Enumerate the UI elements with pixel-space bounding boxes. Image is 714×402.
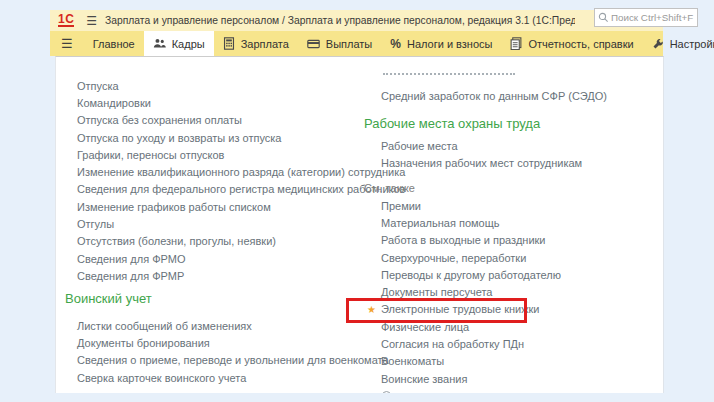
wrench-icon xyxy=(652,38,664,50)
section-header-rabochie-mesta[interactable]: Рабочие места охраны труда xyxy=(364,116,540,131)
list-item[interactable]: Листки сообщений об изменениях xyxy=(77,317,389,334)
tab-label: Главное xyxy=(93,38,135,50)
search-icon xyxy=(598,12,609,23)
functions-panel: Отпуска Командировки Отпуска без сохране… xyxy=(55,56,664,393)
right-top-list: Средний заработок по данным СФР (СЭДО) xyxy=(381,87,607,104)
list-item[interactable]: Рабочие места xyxy=(381,137,582,154)
list-item[interactable]: Согласия на обработку ПДн xyxy=(381,335,561,352)
tab-label: Выплаты xyxy=(326,38,372,50)
list-item[interactable]: Переводы к другому работодателю xyxy=(381,266,561,283)
main-menu-icon[interactable]: ☰ xyxy=(82,14,105,28)
list-item[interactable]: Отгулы xyxy=(77,215,405,232)
left-links-list: Отпуска Командировки Отпуска без сохране… xyxy=(77,77,405,285)
search-input[interactable] xyxy=(611,12,694,23)
tab-label: Отчетность, справки xyxy=(528,38,633,50)
tab-nalogi[interactable]: % Налоги и взносы xyxy=(381,31,501,56)
list-item[interactable]: Материальная помощь xyxy=(381,214,561,231)
list-item[interactable]: Командировки xyxy=(77,94,405,111)
list-item-electronic-labor-books[interactable]: ★ Электронные трудовые книжки xyxy=(381,301,561,318)
tab-glavnoe[interactable]: Главное xyxy=(84,31,144,56)
list-item[interactable]: Изменение графиков работы списком xyxy=(77,198,405,215)
desktop-background: 1С ☰ Зарплата и управление персоналом / … xyxy=(0,0,714,402)
list-item[interactable]: Средний заработок по данным СФР (СЭДО) xyxy=(381,87,607,104)
list-item[interactable]: Изменение квалификационного разряда (кат… xyxy=(77,163,405,180)
tab-label: Налоги и взносы xyxy=(407,38,493,50)
window-titlebar: 1С ☰ Зарплата и управление персоналом / … xyxy=(50,10,663,31)
tab-nastroyka[interactable]: Настройка xyxy=(643,31,714,56)
report-icon xyxy=(510,37,522,50)
list-item[interactable]: Отпуска без сохранения оплаты xyxy=(77,112,405,129)
global-search[interactable] xyxy=(594,8,698,27)
list-item[interactable]: Документы бронирования xyxy=(77,334,389,351)
list-item[interactable]: Отпуска по уходу и возвраты из отпуска xyxy=(77,129,405,146)
percent-icon: % xyxy=(390,37,401,51)
list-item[interactable]: Сверка карточек воинского учета xyxy=(77,369,389,386)
list-item[interactable]: Премии xyxy=(381,197,561,214)
see-also-list: Премии Материальная помощь Работа в выхо… xyxy=(381,197,561,387)
voinskiy-uchet-list: Листки сообщений об изменениях Документы… xyxy=(77,317,389,386)
see-also-label: См. также xyxy=(364,182,415,194)
tab-kadry[interactable]: Кадры xyxy=(144,31,214,56)
list-item[interactable]: Сверхурочные, переработки xyxy=(381,249,561,266)
list-item[interactable]: Сведения для ФРМО xyxy=(77,250,405,267)
calculator-icon xyxy=(223,37,235,50)
section-header-voinskiy-uchet[interactable]: Воинский учет xyxy=(65,291,152,306)
list-item[interactable]: Воинские звания xyxy=(381,370,561,387)
list-item[interactable]: Сведения для ФРМР xyxy=(77,267,405,284)
list-item[interactable]: Физические лица xyxy=(381,318,561,335)
rabochie-mesta-list: Рабочие места Назначения рабочих мест со… xyxy=(381,137,582,172)
tab-vyplaty[interactable]: Выплаты xyxy=(298,31,381,56)
list-item[interactable]: Графики, переносы отпусков xyxy=(77,146,405,163)
list-item[interactable]: Отпуска xyxy=(77,77,405,94)
list-item[interactable]: Назначения рабочих мест сотрудникам xyxy=(381,154,582,171)
clipped-row-bottom xyxy=(382,391,391,393)
list-item[interactable]: Работа в выходные и праздники xyxy=(381,232,561,249)
list-item[interactable]: Сведения о приеме, переводе и увольнении… xyxy=(77,352,389,369)
list-item[interactable]: Документы персучета xyxy=(381,283,561,300)
list-item[interactable]: Сведения для федерального регистра медиц… xyxy=(77,181,405,198)
tab-label: Зарплата xyxy=(241,38,289,50)
list-item-label: Электронные трудовые книжки xyxy=(381,303,540,315)
section-tabbar: ☰ Главное Кадры xyxy=(50,31,663,56)
tab-otchetnost[interactable]: Отчетность, справки xyxy=(501,31,642,56)
1c-logo: 1С xyxy=(58,14,74,27)
sections-menu-button[interactable]: ☰ xyxy=(50,31,84,56)
clipped-row-top xyxy=(383,73,515,75)
favorite-star-icon: ★ xyxy=(367,304,381,315)
tab-label: Настройка xyxy=(670,38,714,50)
list-item[interactable]: Отсутствия (болезни, прогулы, неявки) xyxy=(77,233,405,250)
payment-card-icon xyxy=(307,38,320,50)
tab-label: Кадры xyxy=(172,38,205,50)
tab-zarplata[interactable]: Зарплата xyxy=(214,31,298,56)
window-title: Зарплата и управление персоналом / Зарпл… xyxy=(105,15,575,26)
list-item[interactable]: Военкоматы xyxy=(381,353,561,370)
people-icon xyxy=(153,37,166,50)
